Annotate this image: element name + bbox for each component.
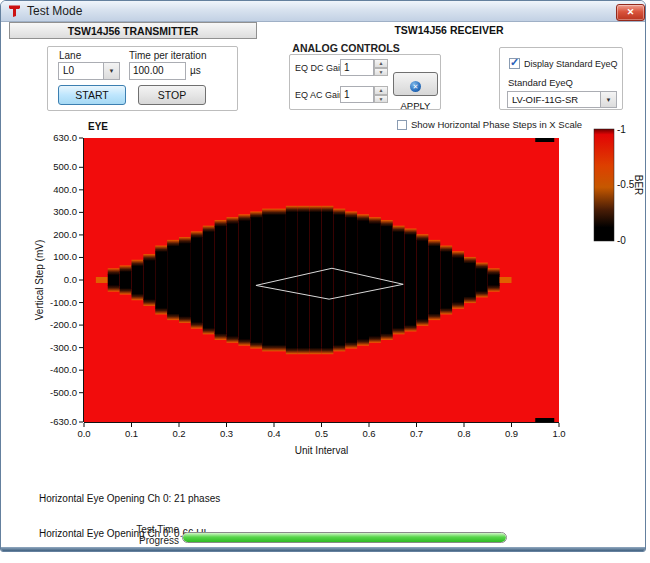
svg-text:0.1: 0.1 — [125, 428, 138, 439]
title-bar: Test Mode ✕ — [1, 1, 645, 22]
eq-dc-gain-input[interactable]: 1 — [340, 59, 374, 76]
standard-eyeq-label: Standard EyeQ — [508, 77, 573, 88]
progress-fill — [183, 533, 506, 542]
svg-text:0.0: 0.0 — [64, 274, 77, 285]
svg-text:400.0: 400.0 — [53, 184, 77, 195]
svg-text:-200.0: -200.0 — [50, 319, 77, 330]
svg-text:BER: BER — [633, 175, 644, 196]
window-bottom-border — [1, 547, 645, 551]
eq-ac-gain-spinner[interactable]: ▲ ▼ — [374, 86, 388, 103]
apply-button[interactable]: ✕ APPLY — [393, 72, 438, 96]
eq-ac-gain-input[interactable]: 1 — [340, 86, 374, 103]
close-icon: ✕ — [627, 7, 635, 17]
window-title: Test Mode — [27, 4, 82, 18]
analog-controls-title: ANALOG CONTROLS — [271, 42, 421, 54]
stop-button[interactable]: STOP — [138, 85, 206, 105]
eq-dc-gain-spinner[interactable]: ▲ ▼ — [374, 59, 388, 76]
svg-text:0.2: 0.2 — [172, 428, 185, 439]
svg-text:-0.5: -0.5 — [617, 179, 635, 190]
svg-text:0.4: 0.4 — [267, 428, 280, 439]
spin-up-icon[interactable]: ▲ — [374, 86, 388, 95]
svg-text:200.0: 200.0 — [53, 229, 77, 240]
eye-diagram-chart: 630.0500.0400.0300.0200.0100.00.0-100.0-… — [1, 116, 646, 466]
standard-eyeq-select[interactable]: LV-OIF-11G-SR ▼ — [507, 91, 617, 108]
apply-label: APPLY — [401, 100, 431, 111]
result-line: Horizontal Eye Opening Ch 0: 21 phases — [39, 493, 220, 505]
svg-text:-100.0: -100.0 — [50, 297, 77, 308]
spin-down-icon[interactable]: ▼ — [374, 68, 388, 77]
time-unit-label: µs — [190, 65, 201, 76]
test-time-progress-label: Test Time Progress — [99, 524, 179, 546]
svg-text:-500.0: -500.0 — [50, 387, 77, 398]
svg-text:0.8: 0.8 — [457, 428, 470, 439]
lane-select[interactable]: L0 ▼ — [58, 62, 120, 80]
spin-up-icon[interactable]: ▲ — [374, 59, 388, 68]
spin-down-icon[interactable]: ▼ — [374, 95, 388, 104]
lane-value: L0 — [63, 65, 74, 76]
lane-panel: Lane L0 ▼ Time per iteration 100.00 µs S… — [47, 46, 238, 111]
svg-text:0.0: 0.0 — [77, 428, 90, 439]
svg-text:630.0: 630.0 — [53, 132, 77, 143]
svg-text:0.3: 0.3 — [220, 428, 233, 439]
screen: Test Mode ✕ TSW14J56 TRANSMITTER TSW14J5… — [0, 0, 650, 563]
svg-text:100.0: 100.0 — [53, 251, 77, 262]
svg-text:0.7: 0.7 — [410, 428, 423, 439]
test-mode-window: Test Mode ✕ TSW14J56 TRANSMITTER TSW14J5… — [0, 0, 646, 552]
svg-text:-0: -0 — [617, 235, 626, 246]
eye-heatmap: 630.0500.0400.0300.0200.0100.00.0-100.0-… — [1, 116, 646, 466]
chevron-down-icon[interactable]: ▼ — [600, 92, 616, 107]
svg-text:0.5: 0.5 — [315, 428, 328, 439]
analog-controls-panel: EQ DC Gain 1 ▲ ▼ EQ AC Gain 1 ▲ ▼ ✕ APPL… — [289, 54, 441, 110]
svg-text:-300.0: -300.0 — [50, 342, 77, 353]
start-button[interactable]: START — [58, 85, 126, 105]
tab-tsw14j56-transmitter[interactable]: TSW14J56 TRANSMITTER — [9, 22, 257, 39]
svg-text:-630.0: -630.0 — [50, 416, 77, 427]
svg-text:0.9: 0.9 — [505, 428, 518, 439]
test-time-progress-bar — [182, 532, 507, 543]
apply-globe-icon: ✕ — [410, 81, 421, 92]
svg-text:300.0: 300.0 — [53, 206, 77, 217]
lane-label: Lane — [59, 50, 81, 61]
close-button[interactable]: ✕ — [616, 4, 645, 21]
chevron-down-icon[interactable]: ▼ — [103, 63, 119, 79]
standard-eyeq-value: LV-OIF-11G-SR — [512, 94, 578, 105]
tab-tsw14j56-receiver[interactable]: TSW14J56 RECEIVER — [257, 22, 641, 39]
time-per-iteration-label: Time per iteration — [129, 50, 206, 61]
display-standard-eyeq-checkbox[interactable]: ✓ — [509, 58, 520, 69]
svg-text:500.0: 500.0 — [53, 161, 77, 172]
svg-text:-1: -1 — [617, 124, 626, 135]
eyeq-panel: ✓ Display Standard EyeQ Standard EyeQ LV… — [499, 47, 623, 110]
check-icon: ✓ — [510, 56, 519, 69]
display-standard-eyeq-label: Display Standard EyeQ — [524, 59, 618, 69]
svg-text:Vertical Step (mV): Vertical Step (mV) — [34, 240, 45, 321]
svg-text:Unit Interval: Unit Interval — [295, 445, 348, 456]
svg-text:1.0: 1.0 — [552, 428, 565, 439]
eq-dc-gain-label: EQ DC Gain — [295, 63, 345, 73]
ti-logo-icon — [8, 5, 21, 17]
eq-ac-gain-label: EQ AC Gain — [295, 90, 344, 100]
svg-text:0.6: 0.6 — [362, 428, 375, 439]
time-per-iteration-input[interactable]: 100.00 — [129, 62, 186, 80]
svg-text:-400.0: -400.0 — [50, 364, 77, 375]
